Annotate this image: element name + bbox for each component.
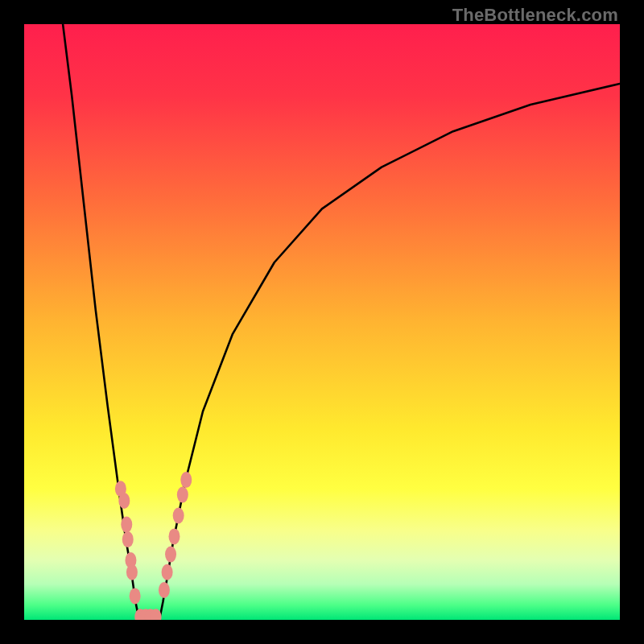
left-arm-markers-dot xyxy=(118,493,130,509)
series-right-arm xyxy=(159,84,620,620)
watermark-text: TheBottleneck.com xyxy=(452,5,618,26)
left-arm-markers-dot xyxy=(126,564,138,580)
right-arm-markers-dot xyxy=(177,487,188,503)
bottleneck-curve xyxy=(63,24,620,620)
right-arm-markers-dot xyxy=(173,508,184,524)
right-arm-markers-dot xyxy=(159,582,170,598)
right-arm-markers-dot xyxy=(168,528,180,544)
right-arm-markers-dot xyxy=(162,564,173,580)
right-arm-markers-dot xyxy=(165,547,176,563)
marker-dots xyxy=(115,472,192,620)
left-arm-markers-dot xyxy=(121,517,132,533)
left-arm-markers-dot xyxy=(130,588,141,604)
curve-layer xyxy=(24,24,620,620)
plot-area xyxy=(24,24,620,620)
left-arm-markers-dot xyxy=(122,531,134,547)
chart-frame: TheBottleneck.com xyxy=(0,0,644,644)
right-arm-markers-dot xyxy=(180,472,192,488)
